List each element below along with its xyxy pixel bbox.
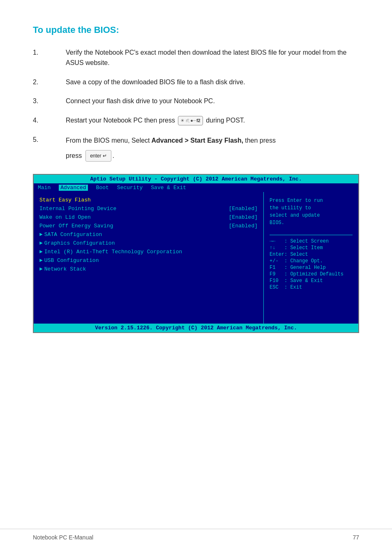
- bios-footer: Version 2.15.1226. Copyright (C) 2012 Am…: [34, 324, 358, 332]
- step-3: 3. Connect your flash disk drive to your…: [33, 96, 359, 106]
- bios-right-panel: Press Enter to runthe utility toselect a…: [264, 192, 358, 324]
- bios-key-hints: →← : Select Screen ↑↓ : Select Item Ente…: [270, 235, 353, 290]
- bios-submenu-usb[interactable]: ► USB Configuration: [39, 257, 258, 264]
- f2-superscript: f2: [196, 117, 201, 124]
- enter-key-row: press enter ↵ .: [66, 150, 359, 162]
- bios-value-power-off: [Enabled]: [229, 223, 258, 229]
- bios-hint-f1: F1 : General Help: [270, 265, 353, 271]
- step-5-content: From the BIOS menu, Select Advanced > St…: [66, 135, 359, 162]
- bios-help-text: Press Enter to runthe utility toselect a…: [270, 197, 353, 227]
- bios-help-content: Press Enter to runthe utility toselect a…: [270, 198, 323, 226]
- bios-submenu-graphics[interactable]: ► Graphics Configuration: [39, 240, 258, 246]
- bios-label-wake-on-lid: Wake on Lid Open: [39, 214, 91, 220]
- footer-left: Notebook PC E-Manual: [33, 534, 93, 541]
- bios-label-internal-pointing: Internal Pointing Device: [39, 206, 116, 212]
- step-5-text-middle: then press: [245, 135, 276, 147]
- bios-item-wake-on-lid[interactable]: Wake on Lid Open [Enabled]: [39, 214, 258, 220]
- bios-label-start-easy-flash: Start Easy Flash: [39, 197, 91, 203]
- step-5: 5. From the BIOS menu, Select Advanced >…: [33, 135, 359, 162]
- wifi-icon: ☀: [180, 117, 184, 124]
- bios-submenu-intel[interactable]: ► Intel (R) Anti-Theft Technology Corpor…: [39, 249, 258, 255]
- page-footer: Notebook PC E-Manual 77: [0, 529, 392, 541]
- sata-arrow-icon: ►: [39, 231, 43, 238]
- bios-value-internal-pointing: [Enabled]: [229, 206, 258, 212]
- step-5-inline: From the BIOS menu, Select Advanced > St…: [66, 135, 359, 147]
- period-after-enter: .: [113, 151, 114, 161]
- bios-submenus: ► SATA Configuration ► Graphics Configur…: [39, 231, 258, 272]
- bios-hint-change: +/- : Change Opt.: [270, 258, 353, 264]
- bios-hint-f9: F9 : Optimized Defaults: [270, 271, 353, 277]
- step-4-number: 4.: [33, 116, 66, 126]
- step-3-text: Connect your flash disk drive to your No…: [66, 96, 359, 106]
- step-5-number: 5.: [33, 135, 66, 162]
- step-1: 1. Verify the Notebook PC's exact model …: [33, 48, 359, 68]
- bios-submenu-sata[interactable]: ► SATA Configuration: [39, 231, 258, 238]
- bios-menu-save-exit[interactable]: Save & Exit: [151, 185, 186, 191]
- bios-body: Start Easy Flash Internal Pointing Devic…: [34, 192, 358, 324]
- step-5-bold: Advanced > Start Easy Flash,: [152, 135, 244, 147]
- sata-label: SATA Configuration: [44, 231, 102, 238]
- press-label: press: [66, 151, 82, 161]
- graphics-arrow-icon: ►: [39, 240, 43, 246]
- enter-key: enter ↵: [85, 150, 111, 162]
- step-4-text-before: Restart your Notebook PC then press: [66, 117, 175, 124]
- step-5-text-before: From the BIOS menu, Select: [66, 135, 150, 147]
- page-content: To update the BIOS: 1. Verify the Notebo…: [0, 0, 392, 366]
- intel-label: Intel (R) Anti-Theft Technology Corporat…: [44, 249, 182, 255]
- bios-menu-boot[interactable]: Boot: [96, 185, 109, 191]
- bios-menu-main[interactable]: Main: [38, 185, 51, 191]
- intel-arrow-icon: ►: [39, 249, 43, 255]
- bios-label-power-off: Power Off Energy Saving: [39, 223, 113, 229]
- bios-menu-bar: Main Advanced Boot Security Save & Exit: [34, 183, 358, 192]
- step-1-text: Verify the Notebook PC's exact model the…: [66, 48, 359, 68]
- graphics-label: Graphics Configuration: [44, 240, 115, 246]
- step-4: 4. Restart your Notebook PC then press ☀…: [33, 116, 359, 126]
- bios-submenu-network[interactable]: ► Network Stack: [39, 266, 258, 272]
- usb-arrow-icon: ►: [39, 257, 43, 264]
- bios-hint-f10: F10 : Save & Exit: [270, 278, 353, 284]
- bios-screen: Aptio Setup Utility - Copyright (C) 2012…: [33, 174, 359, 333]
- footer-right: 77: [353, 534, 359, 541]
- bios-item-power-off[interactable]: Power Off Energy Saving [Enabled]: [39, 223, 258, 229]
- bios-menu-advanced[interactable]: Advanced: [59, 185, 88, 191]
- f2-key-wrapper: ☀ rf; ●┈ f2: [178, 116, 203, 125]
- bios-value-wake-on-lid: [Enabled]: [229, 214, 258, 220]
- bios-title-bar: Aptio Setup Utility - Copyright (C) 2012…: [34, 175, 358, 183]
- step-4-text-after: during POST.: [206, 117, 245, 124]
- bios-item-start-easy-flash[interactable]: Start Easy Flash: [39, 197, 258, 203]
- step-2-number: 2.: [33, 77, 66, 88]
- bios-item-internal-pointing[interactable]: Internal Pointing Device [Enabled]: [39, 206, 258, 212]
- step-2: 2. Save a copy of the downloaded BIOS fi…: [33, 77, 359, 88]
- network-label: Network Stack: [44, 266, 86, 272]
- bios-hint-screen: →← : Select Screen: [270, 238, 353, 244]
- enter-key-icon: enter ↵: [90, 152, 107, 160]
- step-2-text: Save a copy of the downloaded BIOS file …: [66, 77, 359, 88]
- bios-hint-item: ↑↓ : Select Item: [270, 245, 353, 251]
- usb-label: USB Configuration: [44, 257, 99, 264]
- steps-list: 1. Verify the Notebook PC's exact model …: [33, 48, 359, 162]
- network-arrow-icon: ►: [39, 266, 43, 272]
- bios-left-panel: Start Easy Flash Internal Pointing Devic…: [34, 192, 264, 324]
- bios-hint-enter: Enter: Select: [270, 252, 353, 257]
- section-title: To update the BIOS:: [33, 25, 359, 35]
- step-4-content: Restart your Notebook PC then press ☀ rf…: [66, 116, 359, 126]
- bios-hint-esc: ESC : Exit: [270, 285, 353, 290]
- key-signal-icon: ●┈: [190, 117, 196, 124]
- bios-menu-security[interactable]: Security: [117, 185, 143, 191]
- step-1-number: 1.: [33, 48, 66, 68]
- step-3-number: 3.: [33, 96, 66, 106]
- key-wifi-symbol: rf;: [186, 118, 189, 124]
